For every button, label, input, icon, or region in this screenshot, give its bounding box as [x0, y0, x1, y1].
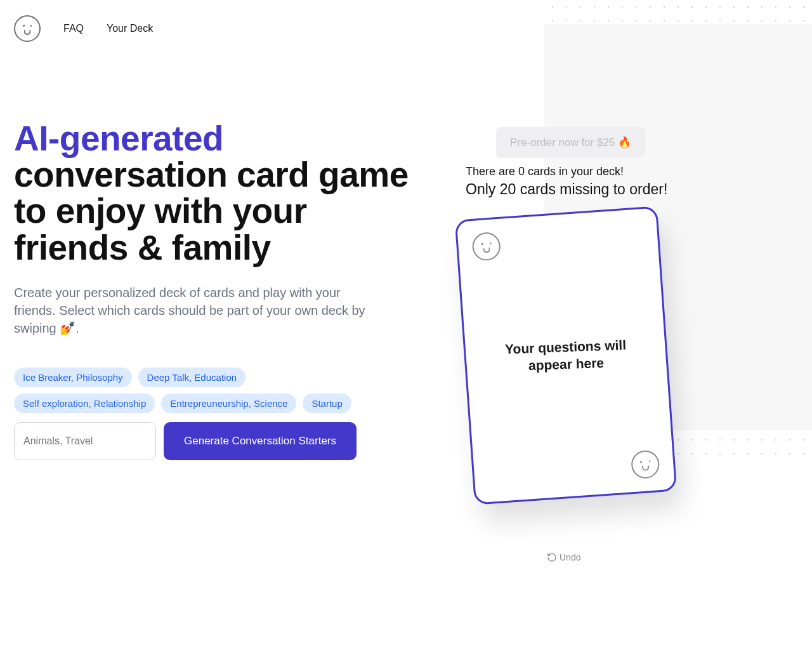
card-placeholder-text: Your questions will appear here: [485, 335, 647, 375]
hero-title: AI-generated conversation card game to e…: [14, 121, 420, 266]
undo-icon: [547, 552, 557, 562]
nav-faq[interactable]: FAQ: [63, 23, 84, 34]
question-card[interactable]: Your questions will appear here: [455, 206, 678, 505]
topic-input[interactable]: [14, 422, 156, 460]
undo-label: Undo: [560, 552, 580, 562]
hero-title-rest: conversation card game to enjoy with you…: [14, 155, 409, 267]
hero-subtitle: Create your personalized deck of cards a…: [14, 284, 382, 337]
logo-face-icon[interactable]: [14, 15, 41, 42]
deck-section: Pre-order now for $25 🔥 There are 0 card…: [445, 57, 798, 460]
topic-chips: Ice Breaker, Philosophy Deep Talk, Educa…: [14, 368, 369, 413]
nav-your-deck[interactable]: Your Deck: [107, 23, 153, 34]
card-face-icon: [631, 449, 660, 479]
deck-count-text: There are 0 cards in your deck!: [466, 165, 798, 178]
hero-title-accent: AI-generated: [14, 119, 223, 158]
undo-button[interactable]: Undo: [547, 552, 580, 562]
card-face-icon: [471, 232, 501, 262]
chip[interactable]: Ice Breaker, Philosophy: [14, 368, 132, 387]
preorder-button[interactable]: Pre-order now for $25 🔥: [496, 127, 645, 158]
hero-section: AI-generated conversation card game to e…: [14, 57, 420, 460]
chip[interactable]: Self exploration, Relationship: [14, 394, 155, 413]
generate-button[interactable]: Generate Conversation Starters: [164, 422, 357, 460]
header: FAQ Your Deck: [0, 0, 812, 57]
deck-info: There are 0 cards in your deck! Only 20 …: [466, 165, 798, 198]
chip[interactable]: Deep Talk, Education: [138, 368, 246, 387]
deck-missing-text: Only 20 cards missing to order!: [466, 181, 798, 198]
chip[interactable]: Startup: [303, 394, 351, 413]
chip[interactable]: Entrepreuneurship, Science: [161, 394, 296, 413]
